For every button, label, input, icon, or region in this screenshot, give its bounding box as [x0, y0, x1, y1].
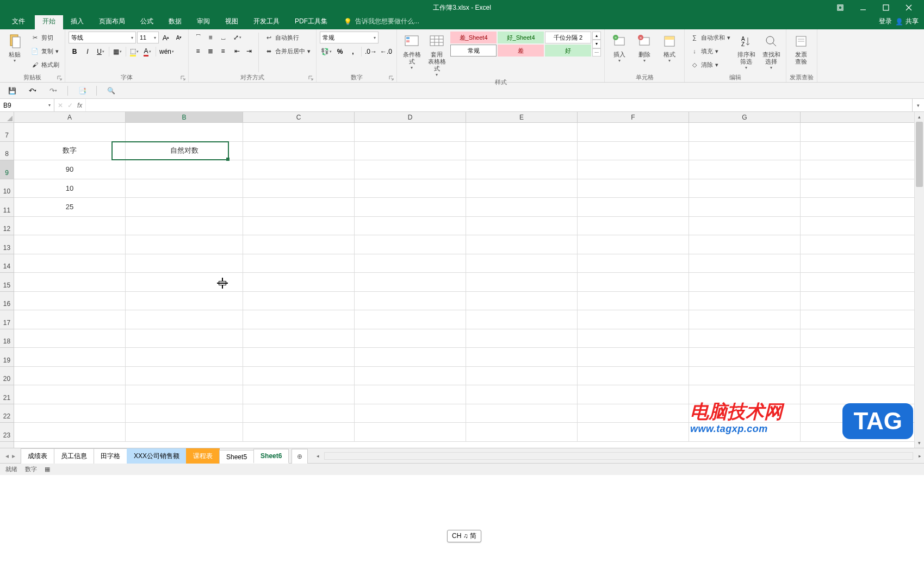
horizontal-scrollbar[interactable]: ◂ ▸: [313, 448, 924, 463]
cell-A22[interactable]: [14, 404, 126, 423]
row-header-13[interactable]: 13: [0, 235, 14, 254]
sheet-nav-last[interactable]: ▸: [12, 452, 15, 460]
cell-E22[interactable]: [466, 404, 578, 423]
cell-D17[interactable]: [355, 310, 466, 329]
tab-developer[interactable]: 开发工具: [246, 14, 287, 29]
increase-decimal-button[interactable]: .0→: [364, 46, 378, 58]
cell-C16[interactable]: [243, 292, 355, 310]
cell-F17[interactable]: [578, 310, 689, 329]
cell-G8[interactable]: [689, 142, 801, 160]
cell-A20[interactable]: [14, 367, 126, 385]
cell-E17[interactable]: [466, 310, 578, 329]
tab-insert[interactable]: 插入: [63, 14, 91, 29]
scroll-thumb[interactable]: [916, 122, 923, 187]
cell-D22[interactable]: [355, 404, 466, 423]
cell-E7[interactable]: [466, 123, 578, 141]
col-header-a[interactable]: A: [14, 112, 126, 122]
sort-filter-button[interactable]: AZ排序和筛选▾: [735, 32, 758, 71]
cell-A9[interactable]: 90: [14, 160, 126, 179]
col-header-c[interactable]: C: [243, 112, 355, 122]
cell-G9[interactable]: [689, 160, 801, 179]
col-header-f[interactable]: F: [578, 112, 689, 122]
dialog-launcher-icon[interactable]: [57, 76, 63, 81]
scroll-down-button[interactable]: ▾: [915, 438, 924, 448]
col-header-d[interactable]: D: [355, 112, 466, 122]
cell-F11[interactable]: [578, 198, 689, 216]
align-right-button[interactable]: ≡: [217, 45, 229, 57]
tab-file[interactable]: 文件: [2, 14, 35, 29]
formula-input[interactable]: [86, 99, 912, 111]
cell-E11[interactable]: [466, 198, 578, 216]
share-button[interactable]: 👤 共享: [895, 17, 919, 26]
cell-E21[interactable]: [466, 385, 578, 404]
style-bad[interactable]: 差: [498, 45, 544, 57]
cell-G13[interactable]: [689, 235, 801, 254]
cell-B20[interactable]: [126, 367, 243, 385]
cut-button[interactable]: ✂剪切: [28, 32, 61, 43]
cell-A14[interactable]: [14, 254, 126, 273]
row-header-14[interactable]: 14: [0, 254, 14, 273]
worksheet-grid[interactable]: A B C D E F G 78910111213141516171819202…: [0, 112, 924, 448]
cell-E10[interactable]: [466, 179, 578, 198]
cell-A11[interactable]: 25: [14, 198, 126, 216]
style-bad-sheet4[interactable]: 差_Sheet4: [450, 32, 497, 43]
style-good-sheet4[interactable]: 好_Sheet4: [498, 32, 544, 43]
cell-D18[interactable]: [355, 329, 466, 348]
cell-C14[interactable]: [243, 254, 355, 273]
cell-F10[interactable]: [578, 179, 689, 198]
cell-C18[interactable]: [243, 329, 355, 348]
cancel-formula-button[interactable]: ✕: [58, 102, 63, 109]
fill-button[interactable]: ↓填充▾: [688, 45, 733, 57]
cell-F23[interactable]: [578, 423, 689, 441]
minimize-button[interactable]: [852, 1, 874, 15]
tab-view[interactable]: 视图: [218, 14, 246, 29]
row-header-17[interactable]: 17: [0, 310, 14, 329]
undo-button[interactable]: ↶▾: [26, 84, 39, 97]
cell-G7[interactable]: [689, 123, 801, 141]
cell-A12[interactable]: [14, 217, 126, 235]
find-select-button[interactable]: 查找和选择▾: [760, 32, 783, 71]
scroll-up-button[interactable]: ▴: [915, 112, 924, 122]
align-middle-button[interactable]: ≡: [204, 32, 216, 43]
cell-F7[interactable]: [578, 123, 689, 141]
orientation-button[interactable]: ⤢▾: [231, 32, 243, 43]
cell-B8[interactable]: 自然对数: [126, 142, 243, 160]
delete-cells-button[interactable]: ×删除▾: [633, 32, 656, 64]
cell-C20[interactable]: [243, 367, 355, 385]
cell-B10[interactable]: [126, 179, 243, 198]
paste-button[interactable]: 粘贴 ▾: [3, 32, 26, 64]
cell-E18[interactable]: [466, 329, 578, 348]
row-header-23[interactable]: 23: [0, 423, 14, 442]
row-header-7[interactable]: 7: [0, 123, 14, 142]
insert-function-button[interactable]: fx: [77, 102, 82, 109]
cell-G10[interactable]: [689, 179, 801, 198]
cell-F12[interactable]: [578, 217, 689, 235]
cell-B18[interactable]: [126, 329, 243, 348]
cell-C12[interactable]: [243, 217, 355, 235]
sheet-nav-first[interactable]: ◂: [5, 452, 9, 460]
row-header-9[interactable]: 9: [0, 160, 14, 179]
clear-button[interactable]: ◇清除▾: [688, 59, 733, 71]
cell-E16[interactable]: [466, 292, 578, 310]
row-header-11[interactable]: 11: [0, 198, 14, 217]
cell-C17[interactable]: [243, 310, 355, 329]
maximize-button[interactable]: [875, 1, 897, 15]
cell-F9[interactable]: [578, 160, 689, 179]
cell-F19[interactable]: [578, 348, 689, 366]
cell-A8[interactable]: 数字: [14, 142, 126, 160]
cell-A18[interactable]: [14, 329, 126, 348]
close-button[interactable]: [898, 1, 920, 15]
cell-A10[interactable]: 10: [14, 179, 126, 198]
cell-styles-gallery[interactable]: 差_Sheet4 好_Sheet4 千位分隔 2 常规 差 好 ▴ ▾ ⋯: [450, 32, 601, 57]
wrap-text-button[interactable]: ↩自动换行: [262, 32, 313, 43]
invoice-check-button[interactable]: 发票 查验: [790, 32, 813, 66]
cell-B11[interactable]: [126, 198, 243, 216]
sheet-tab-员工信息[interactable]: 员工信息: [54, 448, 94, 464]
row-header-12[interactable]: 12: [0, 217, 14, 236]
row-header-8[interactable]: 8: [0, 142, 14, 161]
font-size-combo[interactable]: 11▾: [137, 32, 159, 43]
cell-A23[interactable]: [14, 423, 126, 441]
row-header-10[interactable]: 10: [0, 179, 14, 198]
border-button[interactable]: ▦▾: [111, 46, 123, 58]
cell-B9[interactable]: [126, 160, 243, 179]
